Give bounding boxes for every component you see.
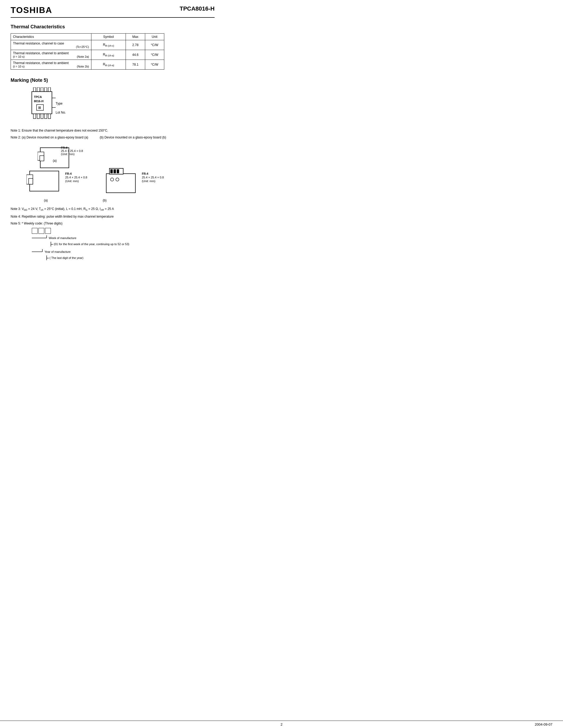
code-boxes [32, 228, 214, 234]
year-label: Year of manufacture [44, 250, 71, 253]
code-box-1 [32, 228, 38, 234]
marking-title: Marking (Note 5) [11, 78, 214, 83]
week-label: Week of manufacture [49, 236, 76, 240]
svg-text:TPCA: TPCA [34, 95, 42, 98]
code-box-3 [45, 228, 51, 234]
pcb-a-size: 25.4 × 25.4 × 0.8 [65, 176, 87, 179]
symbol-3: Rth (ch-a) [91, 60, 126, 70]
note3: Note 3: VDD = 24 V, Tch = 25°C (initial)… [11, 206, 214, 212]
svg-rect-8 [41, 114, 43, 119]
part-number: TPCA8016-H [180, 5, 214, 12]
year-sub-label: ( The last digit of the year) [50, 256, 83, 259]
pcb-captions: (a) (b) [26, 199, 214, 202]
svg-point-28 [110, 178, 114, 181]
thermal-title: Thermal Characteristics [11, 24, 214, 30]
char-2: Thermal resistance, channel to ambient (… [11, 50, 91, 60]
svg-rect-22 [29, 178, 33, 184]
page-header: TOSHIBA TPCA8016-H [11, 5, 214, 18]
symbol-1: Rth (ch-c) [91, 40, 126, 50]
pcb-a-group: FR-4 25.4 × 25.4 × 0.8 (Unit: mm) [26, 168, 87, 194]
pcb-a: FR-4 25.4 × 25.4 × 0.8 (Unit: mm) (a) [26, 144, 83, 163]
pcb-diagrams: FR-4 25.4 × 25.4 × 0.8 (Unit: mm) (a) [26, 144, 214, 163]
code-annotations: Week of manufacture (01 for the first we… [32, 235, 214, 261]
unit-3: °C/W [145, 60, 164, 70]
pcb-a-caption: (a) [53, 159, 57, 163]
unit-2: °C/W [145, 50, 164, 60]
pcb-b-diagram [103, 168, 137, 194]
pcb-a-cap: (a) [26, 199, 65, 202]
ic-annotations: Type Lot No. [56, 102, 66, 114]
lot-annotation: Lot No. [56, 111, 66, 114]
pcb-b-cap: (b) [85, 199, 124, 202]
note5: Note 5: * Weekly code: (Three digits) [11, 221, 214, 226]
max-1: 2.78 [126, 40, 145, 50]
svg-rect-19 [40, 156, 44, 161]
ic-svg: TPCA 8016-H ⊠ [26, 87, 56, 122]
table-row: Thermal resistance, channel to ambient (… [11, 50, 164, 60]
svg-rect-9 [44, 114, 47, 119]
svg-point-29 [116, 178, 119, 181]
unit-1: °C/W [145, 40, 164, 50]
svg-rect-25 [110, 169, 113, 173]
svg-rect-27 [117, 169, 119, 173]
note2-header: Note 2: (a) Device mounted on a glass-ep… [11, 135, 214, 140]
marking-section: Marking (Note 5) TPCA 8016-H ⊠ [11, 78, 214, 122]
year-sub: ( The last digit of the year) [44, 255, 214, 261]
year-annotation: Year of manufacture [32, 249, 214, 254]
pcb-a-diagram [26, 168, 61, 194]
pcb-a-dims: 25.4 × 25.4 × 0.8 [61, 149, 83, 152]
pcb-a-fr4: FR-4 [65, 172, 87, 175]
svg-rect-7 [37, 114, 39, 119]
toshiba-logo: TOSHIBA [11, 5, 52, 15]
svg-rect-26 [114, 169, 116, 173]
char-1: Thermal resistance, channel to case (Tc=… [11, 40, 91, 50]
pcb-a-unit: (Unit: mm) [61, 152, 74, 156]
svg-text:8016-H: 8016-H [34, 100, 43, 103]
weekly-code-diagram: Week of manufacture (01 for the first we… [32, 228, 214, 261]
note4: Note 4: Repetitive rating: pulse width l… [11, 214, 214, 219]
pcb-b-size: 25.4 × 25.4 × 0.8 [142, 176, 164, 179]
svg-rect-23 [106, 174, 135, 193]
pcb-a-info: FR-4 25.4 × 25.4 × 0.8 (Unit: mm) [65, 172, 87, 183]
pcb-a-label: FR-4 [61, 146, 67, 149]
max-2: 44.6 [126, 50, 145, 60]
notes-section: Note 1: Ensure that the channel temperat… [11, 128, 214, 261]
col-characteristics: Characteristics [11, 34, 91, 40]
col-unit: Unit [145, 34, 164, 40]
thermal-section: Thermal Characteristics Characteristics … [11, 24, 214, 70]
note1: Note 1: Ensure that the channel temperat… [11, 128, 214, 133]
type-annotation: Type [56, 102, 66, 105]
lot-label: Lot No. [56, 111, 66, 114]
char-3: Thermal resistance, channel to ambient (… [11, 60, 91, 70]
symbol-2: Rth (ch-a) [91, 50, 126, 60]
code-box-2 [38, 228, 44, 234]
svg-rect-10 [48, 114, 51, 119]
ic-diagram: TPCA 8016-H ⊠ Type Lot No. [26, 87, 214, 122]
svg-rect-20 [30, 171, 59, 191]
pcb-b-group: FR-4 25.4 × 25.4 × 0.8 (Unit: mm) [103, 168, 164, 194]
type-label: Type [56, 102, 62, 105]
pcb-a-unitlabel: (Unit: mm) [65, 179, 87, 183]
pcb-b-unitlabel: (Unit: mm) [142, 179, 164, 183]
col-max: Max [126, 34, 145, 40]
pcb-b-fr4: FR-4 [142, 172, 164, 175]
svg-rect-6 [33, 114, 36, 119]
col-symbol: Symbol [91, 34, 126, 40]
table-row: Thermal resistance, channel to ambient (… [11, 60, 164, 70]
week-sub-label: (01 for the first week of the year, cont… [54, 242, 129, 246]
pcb-b-info: FR-4 25.4 × 25.4 × 0.8 (Unit: mm) [142, 172, 164, 183]
table-row: Thermal resistance, channel to case (Tc=… [11, 40, 164, 50]
week-sub: (01 for the first week of the year, cont… [49, 242, 214, 247]
thermal-table: Characteristics Symbol Max Unit Thermal … [11, 33, 164, 70]
svg-text:⊠: ⊠ [38, 106, 41, 110]
max-3: 78.1 [126, 60, 145, 70]
pcb-layout: FR-4 25.4 × 25.4 × 0.8 (Unit: mm) [26, 168, 214, 194]
week-annotation: Week of manufacture [32, 235, 214, 241]
